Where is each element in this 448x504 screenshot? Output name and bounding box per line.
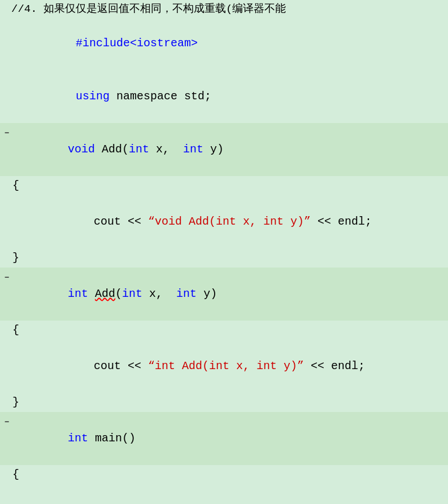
kw-int-main: int <box>68 432 88 445</box>
code-content: using namespace std; <box>19 71 448 122</box>
kw-int-2: int <box>183 143 203 156</box>
app-container: //4. 如果仅仅是返回值不相同，不构成重载(编译器不能 #include<io… <box>0 0 448 504</box>
code-content: { <box>10 322 448 339</box>
code-line-brace2: { <box>0 321 448 340</box>
line-minus-marker-2: − <box>2 272 11 284</box>
code-line-int-add: − int Add(int x, int y) <box>0 268 448 321</box>
kw-int-3: int <box>122 287 142 300</box>
code-content: int main() <box>11 413 448 464</box>
code-line-add-call: Add(1, 2); <box>0 484 448 504</box>
code-line-main: − int main() <box>0 412 448 465</box>
code-content: } <box>10 394 448 411</box>
kw-int-4: int <box>176 287 197 300</box>
code-line-using: using namespace std; <box>0 70 448 123</box>
code-line-close1: } <box>0 248 448 268</box>
code-content: #include<iostream> <box>19 18 448 69</box>
line-minus-marker-3: − <box>2 417 11 428</box>
code-content: cout << “int Add(int x, int y)” << endl; <box>10 341 448 392</box>
code-content: int Add(int x, int y) <box>11 269 448 319</box>
code-line-close2: } <box>0 393 448 412</box>
kw-using: using <box>76 90 110 103</box>
code-line-comment: //4. 如果仅仅是返回值不相同，不构成重载(编译器不能 <box>0 0 448 17</box>
kw-int-1: int <box>129 143 149 156</box>
kw-int-ret: int <box>68 287 88 300</box>
kw-void: void <box>68 143 95 156</box>
code-line-brace3: { <box>0 465 448 484</box>
line-minus-marker: − <box>2 128 11 139</box>
string-literal-1: “void Add(int x, int y)” <box>148 215 311 228</box>
include-file: <iostream> <box>130 37 198 50</box>
code-content: void Add(int x, int y) <box>11 124 448 175</box>
code-line-cout2: cout << “int Add(int x, int y)” << endl; <box>0 340 448 393</box>
code-content: { <box>10 466 448 483</box>
fn-add-wavy: Add <box>95 287 115 300</box>
code-content: } <box>10 249 448 266</box>
keyword-include: #include <box>76 37 130 50</box>
code-content: { <box>10 177 448 194</box>
code-line-include: #include<iostream> <box>0 17 448 70</box>
code-line-brace1: { <box>0 176 448 195</box>
code-editor: //4. 如果仅仅是返回值不相同，不构成重载(编译器不能 #include<io… <box>0 0 448 504</box>
code-content: Add(1, 2); <box>10 485 448 504</box>
code-content: cout << “void Add(int x, int y)” << endl… <box>10 196 448 247</box>
code-line-cout1: cout << “void Add(int x, int y)” << endl… <box>0 195 448 248</box>
code-line-void-add: − void Add(int x, int y) <box>0 123 448 176</box>
string-literal-2: “int Add(int x, int y)” <box>148 360 304 372</box>
